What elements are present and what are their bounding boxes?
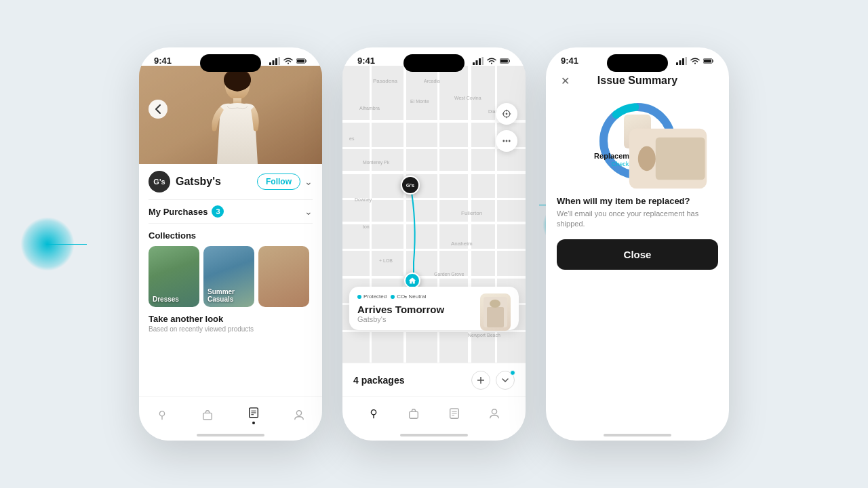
close-action-button[interactable]: Close (557, 239, 718, 270)
home-icon (408, 277, 416, 285)
expand-packages-button[interactable] (496, 371, 515, 390)
nav2-bag[interactable] (408, 407, 420, 422)
collection-image-extra (258, 246, 309, 307)
bag-nav-icon (200, 407, 215, 422)
status-time-1: 9:41 (154, 56, 172, 66)
dynamic-island-2 (403, 54, 465, 72)
status-time-2: 9:41 (357, 56, 375, 66)
dynamic-island-3 (607, 54, 668, 72)
svg-point-63 (509, 140, 511, 142)
svg-rect-12 (203, 413, 212, 420)
svg-text:Newport Beach: Newport Beach (468, 333, 500, 338)
map-location-button[interactable] (496, 103, 517, 125)
nav2-bag-icon (408, 407, 420, 420)
purchases-row[interactable]: My Purchases 3 ⌄ (149, 199, 313, 224)
nav-item-bag[interactable] (200, 407, 215, 422)
phone-store-profile: 9:41 (139, 47, 322, 441)
signal-icon-1 (269, 57, 280, 65)
packages-notification-dot (510, 370, 515, 375)
svg-point-73 (492, 409, 497, 414)
svg-rect-78 (682, 58, 684, 65)
collections-grid: Dresses SummerCasuals (149, 246, 313, 307)
svg-rect-23 (500, 59, 508, 62)
phone-issue-summary: 9:41 ✕ Issue Summary (546, 47, 729, 441)
nav2-orders[interactable] (448, 407, 460, 422)
chevron-down-icon[interactable]: ⌄ (304, 176, 313, 187)
svg-rect-35 (403, 66, 406, 381)
take-another-look-title: Take another look (149, 314, 313, 324)
add-package-button[interactable] (471, 371, 490, 390)
nav-item-profile[interactable] (292, 407, 307, 422)
home-indicator-1 (197, 434, 264, 436)
svg-rect-1 (273, 60, 275, 65)
product-thumb-svg (624, 115, 712, 203)
status-icons-1 (269, 57, 307, 65)
plus-icon (477, 376, 485, 384)
product-illustration (480, 293, 511, 331)
nav2-orders-icon (448, 407, 460, 420)
phone-map-tracking: 9:41 (342, 47, 526, 441)
take-another-look-sub: Based on recently viewed products (149, 325, 313, 333)
wifi-icon-2 (486, 57, 497, 65)
collection-item-summer[interactable]: SummerCasuals (203, 246, 254, 307)
svg-rect-36 (437, 66, 439, 381)
store-avatar: G's (149, 171, 170, 192)
svg-point-66 (490, 300, 500, 308)
map-more-button[interactable] (496, 130, 517, 152)
status-bar-2: 9:41 (342, 47, 526, 66)
purchases-left: My Purchases 3 (149, 205, 224, 218)
collection-label-dresses: Dresses (153, 296, 179, 303)
svg-text:es: es (349, 136, 355, 141)
nav2-map[interactable] (368, 407, 380, 422)
svg-rect-68 (410, 411, 418, 418)
nav2-profile-icon (488, 407, 500, 420)
svg-rect-87 (656, 138, 705, 180)
close-x-button[interactable]: ✕ (557, 73, 573, 89)
svg-rect-3 (279, 57, 281, 65)
svg-text:Pasadena: Pasadena (373, 78, 398, 84)
store-header: G's Gatsby's Follow ⌄ (149, 171, 313, 192)
packages-label: 4 packages (353, 375, 405, 386)
donut-product-image (624, 115, 651, 148)
svg-rect-20 (479, 58, 481, 65)
svg-point-11 (159, 411, 164, 416)
svg-rect-65 (487, 307, 504, 327)
home-indicator-3 (604, 434, 671, 436)
svg-rect-77 (679, 60, 682, 65)
svg-text:+ LOB: + LOB (379, 258, 393, 263)
nav2-profile[interactable] (488, 407, 500, 422)
svg-text:Garden Grove: Garden Grove (434, 272, 464, 277)
svg-point-67 (371, 410, 376, 415)
profile-nav-icon (292, 407, 307, 422)
delivery-card[interactable]: Protected CO₂ Neutral Arrives Tomorrow G… (349, 287, 519, 330)
map-area[interactable]: Pasadena Arcadia Alhambra El Monte West … (342, 66, 526, 381)
chevron-down-packages-icon (501, 376, 509, 384)
store-content: G's Gatsby's Follow ⌄ My Purchases 3 ⌄ C… (139, 164, 322, 340)
purchases-chevron-icon[interactable]: ⌄ (304, 206, 313, 217)
nav-item-orders[interactable] (246, 405, 261, 424)
map-store-marker: G's (401, 176, 420, 195)
collection-item-dresses[interactable]: Dresses (149, 246, 199, 307)
battery-icon-1 (296, 57, 307, 65)
purchases-label: My Purchases (149, 207, 208, 217)
map-top-controls (496, 103, 517, 152)
donut-chart: Replacement Requested Checking inventory (593, 97, 682, 185)
back-button[interactable] (149, 100, 167, 119)
nav-item-map[interactable] (155, 407, 170, 422)
svg-rect-2 (275, 58, 277, 65)
packages-count-bar: 4 packages (342, 363, 526, 396)
svg-text:Arcadia: Arcadia (424, 79, 440, 83)
battery-icon-3 (703, 57, 714, 65)
nav2-map-icon (368, 407, 380, 420)
bg-line-left (46, 244, 87, 245)
follow-button[interactable]: Follow (257, 174, 300, 190)
badge-co2: CO₂ Neutral (391, 293, 426, 300)
nav-active-dot (252, 422, 255, 424)
svg-point-88 (638, 146, 656, 171)
delivery-product-thumb (480, 293, 511, 331)
co2-dot-icon (391, 295, 395, 299)
modal-content: ✕ Issue Summary (546, 66, 729, 281)
dynamic-island-1 (200, 54, 261, 72)
collection-item-extra[interactable] (258, 246, 309, 307)
orders-nav-icon (246, 405, 261, 420)
